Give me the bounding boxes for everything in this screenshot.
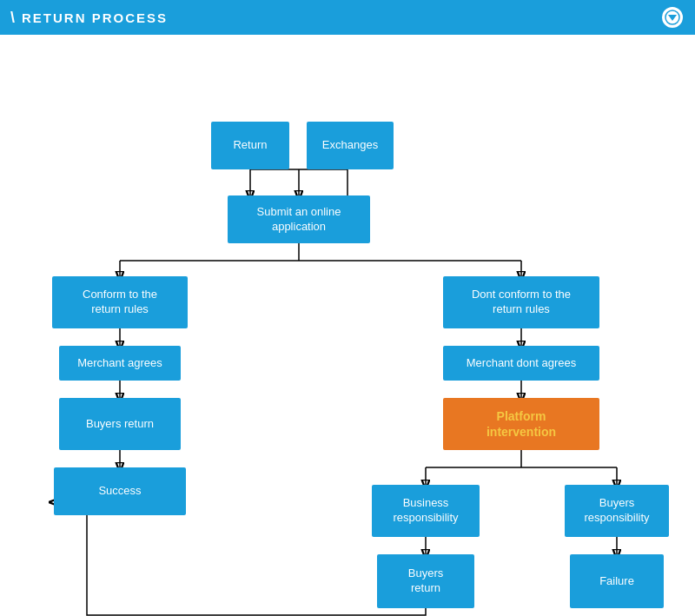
buyers-return-left-box: Buyers return [59,398,181,450]
svg-marker-1 [668,15,677,21]
dont-conform-box: Dont conform to the return rules [443,276,599,328]
business-resp-box: Business responsibility [372,485,480,537]
header-icon[interactable] [660,5,685,30]
failure-box: Failure [570,554,664,608]
exchanges-box: Exchanges [307,122,394,169]
merchant-agrees-box: Merchant agrees [59,346,181,381]
success-box: Success [54,467,186,515]
buyers-return-right-box: Buyers return [377,554,474,608]
merchant-dont-box: Merchant dont agrees [443,346,599,381]
header: \ RETURN PROCESS [0,0,695,35]
flowchart-main: Return Exchanges Submit an online applic… [0,35,695,616]
platform-box: Platform intervention [443,398,599,450]
buyers-resp-box: Buyers responsibility [565,485,669,537]
return-box: Return [211,122,289,169]
submit-box: Submit an online application [228,195,370,243]
header-slash: \ [10,9,15,27]
conform-box: Conform to the return rules [52,276,188,328]
header-title: RETURN PROCESS [22,10,168,25]
